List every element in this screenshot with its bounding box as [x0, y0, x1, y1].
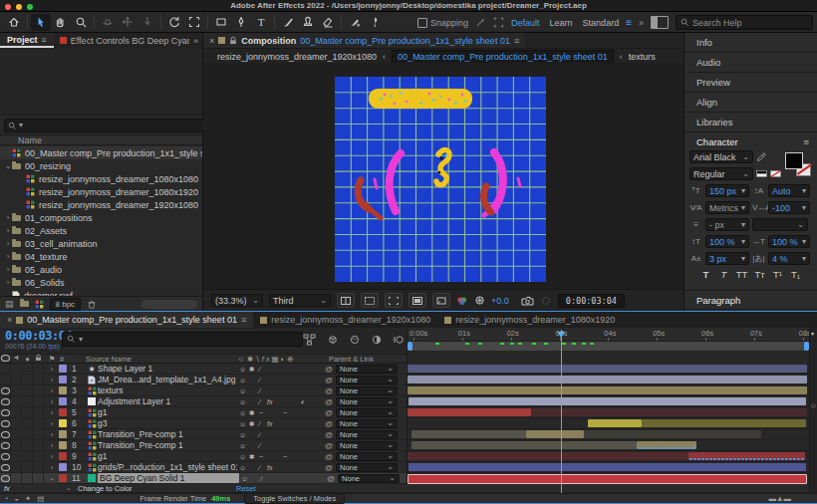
switch-dash2-icon[interactable]: −	[283, 407, 287, 418]
composition-panel-menu-icon[interactable]: ≡	[514, 36, 519, 46]
layer-duration-bar[interactable]	[408, 386, 807, 394]
puppet-pin-tool[interactable]	[365, 14, 385, 31]
project-item-row[interactable]: ›01_compositions	[0, 211, 202, 224]
layer-name[interactable]: Transition_Pre-comp 1	[98, 429, 237, 439]
layer-switches[interactable]: ☺✱−−	[237, 407, 322, 417]
brush-tool[interactable]	[278, 14, 298, 31]
layer-expand-icon[interactable]: ›	[47, 398, 57, 405]
project-item-row[interactable]: resize_jonnymoss_dreamer_1920x1080	[0, 198, 202, 211]
layer-name[interactable]: Transition_Pre-comp 1	[98, 440, 237, 450]
project-item-row[interactable]: ›04_texture	[0, 250, 202, 263]
video-toggle[interactable]	[0, 396, 11, 406]
snapshot-camera-icon[interactable]	[521, 296, 534, 306]
layer-bar-row[interactable]	[408, 451, 809, 462]
solo-toggle[interactable]	[22, 440, 33, 450]
solo-toggle[interactable]	[22, 451, 33, 461]
layer-switches[interactable]: ☺∕	[237, 440, 322, 450]
layer-switches[interactable]: ☺✱∕	[237, 364, 322, 374]
layer-row[interactable]: ›7Transition_Pre-comp 1☺∕@None⌄	[0, 429, 407, 440]
parent-select[interactable]: None⌄	[336, 376, 398, 384]
type-tool[interactable]: T	[251, 14, 271, 31]
flow-icon[interactable]: ✦	[25, 494, 31, 503]
new-composition-icon[interactable]	[35, 300, 44, 309]
layer-row[interactable]: ›9g1☺✱−−@None⌄	[0, 451, 407, 462]
hand-tool[interactable]	[51, 14, 71, 31]
solo-toggle[interactable]	[22, 396, 33, 406]
switch-collapse-icon[interactable]: ✱	[249, 451, 255, 462]
audio-toggle[interactable]	[11, 375, 22, 384]
project-tab-overflow-icon[interactable]: »	[189, 36, 202, 46]
switch-fx-icon[interactable]: fx	[267, 462, 272, 473]
project-item-row[interactable]: ›06_Solids	[0, 276, 202, 289]
faux-style-button-2[interactable]: TT	[734, 269, 749, 280]
layer-name[interactable]: Adjustment Layer 1	[98, 396, 237, 406]
folder-expand-icon[interactable]: ›	[4, 239, 12, 248]
layer-expand-icon[interactable]: ⌄	[47, 474, 57, 482]
charts-icon[interactable]: ◒	[15, 494, 20, 503]
composition-viewer[interactable]	[203, 63, 683, 289]
stroke-width-select[interactable]: - px▾	[705, 218, 749, 231]
timeline-tab[interactable]: resize_jonnymoss_dreamer_1080x1920	[437, 312, 622, 328]
parent-select[interactable]: None⌄	[336, 397, 398, 406]
tab-project[interactable]: Project ≡	[0, 33, 54, 48]
switch-dash2-icon[interactable]: −	[283, 451, 287, 462]
project-item-row[interactable]: dreamer.swf	[0, 289, 202, 296]
tab-effect-controls[interactable]: Effect Controls BG Deep Cyan So	[54, 36, 189, 46]
switch-collapse-icon[interactable]: ✱	[249, 418, 255, 429]
video-toggle[interactable]	[0, 462, 11, 472]
switch-shy-icon[interactable]: ☺	[239, 407, 246, 418]
switch-slash-icon[interactable]: ∕	[259, 396, 260, 407]
layer-expand-icon[interactable]: ›	[47, 442, 57, 449]
effect-reset-link[interactable]: Reset	[236, 484, 256, 493]
panel-preview-header[interactable]: Preview	[684, 73, 817, 93]
layer-expand-icon[interactable]: ›	[47, 464, 57, 471]
faux-style-button-5[interactable]: T₁	[788, 269, 803, 280]
layer-expand-icon[interactable]: ›	[47, 431, 57, 438]
tab-menu-icon[interactable]: ≡	[241, 315, 246, 325]
layer-switches[interactable]: ☺✱∕fx	[237, 418, 322, 428]
source-name-column[interactable]: Source Name	[74, 355, 237, 364]
stroke-style-select[interactable]: ⌄	[752, 218, 808, 231]
folder-expand-icon[interactable]: ›	[4, 278, 12, 287]
lock-toggle[interactable]	[33, 462, 44, 472]
solo-toggle[interactable]	[22, 407, 33, 417]
dolly-camera-tool[interactable]	[137, 14, 157, 31]
switch-slash-icon[interactable]: ∕	[259, 418, 260, 429]
parent-pick-whip-icon[interactable]: @	[322, 452, 336, 461]
layer-label-color[interactable]	[59, 441, 67, 449]
layer-switches[interactable]: ☺✱−−	[237, 451, 322, 461]
effect-fx-badge[interactable]: fx	[4, 484, 10, 493]
layer-duration-bar[interactable]	[688, 452, 805, 460]
layer-name[interactable]: BG Deep Cyan Solid 1	[98, 473, 239, 483]
preview-timecode[interactable]: 0:00:03:04	[558, 294, 625, 308]
baseline-shift-select[interactable]: 3 px▾	[705, 252, 749, 265]
switch-slash-icon[interactable]: ∕	[259, 440, 260, 451]
layer-label-color[interactable]	[59, 419, 67, 427]
timeline-tab[interactable]: resize_jonnymoss_dreamer_1920x1080	[253, 312, 437, 328]
rotate-tool[interactable]	[164, 14, 184, 31]
parent-select[interactable]: None⌄	[336, 452, 398, 461]
parent-select[interactable]: None⌄	[336, 365, 398, 374]
project-name-column-header[interactable]: Name	[0, 134, 202, 145]
switch-dash-icon[interactable]: −	[259, 407, 263, 418]
manage-workspaces-icon[interactable]	[651, 16, 669, 29]
layer-switches[interactable]: ☺∕	[237, 429, 322, 439]
font-size-select[interactable]: 150 px▾	[705, 184, 749, 197]
faux-style-button-0[interactable]: T	[698, 269, 713, 280]
exposure-value[interactable]: +0.0	[491, 296, 509, 306]
layer-duration-bar[interactable]	[408, 408, 531, 416]
color-management-icon[interactable]	[474, 295, 485, 306]
workspace-standard[interactable]: Standard	[583, 18, 620, 28]
switch-slash-icon[interactable]: ∕	[259, 385, 260, 396]
playhead-marker[interactable]	[557, 332, 565, 338]
breadcrumb-item[interactable]: resize_jonnymoss_dreamer_1920x1080	[217, 52, 377, 62]
parent-pick-whip-icon[interactable]: @	[322, 441, 336, 450]
workspace-overflow-icon[interactable]: »	[639, 18, 644, 28]
no-stroke-icon[interactable]	[770, 170, 781, 177]
snap-options-icon[interactable]	[475, 17, 486, 28]
parent-pick-whip-icon[interactable]: @	[322, 408, 336, 417]
show-snapshot-icon[interactable]	[540, 296, 552, 306]
switch-shy-icon[interactable]: ☺	[239, 451, 246, 462]
video-toggle[interactable]	[0, 429, 11, 439]
switch-slash-icon[interactable]: ∕	[259, 364, 260, 375]
